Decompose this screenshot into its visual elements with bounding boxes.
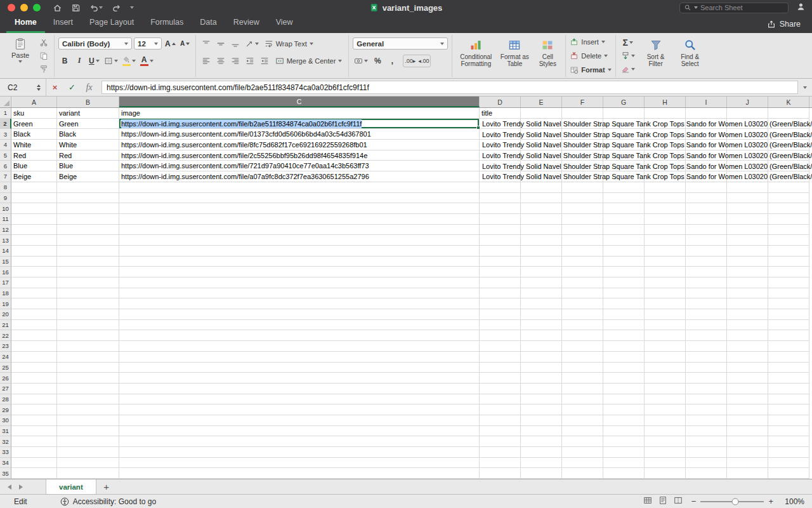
cell-D32[interactable] [480,436,521,447]
cell-E24[interactable] [521,352,562,363]
cell-D35[interactable] [480,468,521,479]
cell-C19[interactable] [119,298,480,309]
row-header-20[interactable]: 20 [0,309,11,320]
cell-I10[interactable] [686,203,727,214]
cell-F21[interactable] [562,320,603,331]
cell-I18[interactable] [686,288,727,299]
cell-D26[interactable] [480,373,521,384]
cell-C27[interactable] [119,384,480,394]
cell-J23[interactable] [727,341,768,352]
cell-C6[interactable]: https://down-id.img.susercontent.com/fil… [119,161,480,171]
cell-J14[interactable] [727,246,768,257]
row-header-13[interactable]: 13 [0,235,11,246]
cell-A1[interactable]: sku [11,108,57,119]
cell-A12[interactable] [11,225,57,236]
cell-I14[interactable] [686,246,727,257]
cell-B1[interactable]: variant [57,108,119,119]
cell-K14[interactable] [768,246,809,257]
cell-D23[interactable] [480,341,521,352]
cell-I8[interactable] [686,182,727,193]
cell-H28[interactable] [645,394,686,405]
align-bottom-button[interactable] [229,37,242,50]
cell-H13[interactable] [645,235,686,246]
cell-F31[interactable] [562,426,603,437]
cell-F32[interactable] [562,436,603,447]
cell-J27[interactable] [727,384,768,394]
cell-A15[interactable] [11,257,57,267]
zoom-level[interactable]: 100% [778,497,804,506]
cell-I25[interactable] [686,363,727,373]
cell-D25[interactable] [480,363,521,373]
cell-G1[interactable] [603,108,645,119]
cell-A32[interactable] [11,436,57,447]
cell-B28[interactable] [57,394,119,405]
cell-E13[interactable] [521,235,562,246]
cell-F23[interactable] [562,341,603,352]
cell-F24[interactable] [562,352,603,363]
cell-K9[interactable] [768,193,809,204]
accessibility-status[interactable]: Accessibility: Good to go [60,497,156,506]
cell-B11[interactable] [57,214,119,225]
spreadsheet-grid[interactable]: 1skuvariantimagetitle2GreenGreenhttps://… [0,108,812,479]
ribbon-tab-data[interactable]: Data [192,15,225,33]
cell-K24[interactable] [768,352,809,363]
cell-H16[interactable] [645,267,686,277]
cell-C21[interactable] [119,320,480,331]
page-break-view-button[interactable] [674,496,683,507]
cell-styles-button[interactable]: Cell Styles [534,36,561,67]
cell-B22[interactable] [57,330,119,341]
prev-sheet-button[interactable] [8,485,11,490]
cell-G24[interactable] [603,352,645,363]
cell-A19[interactable] [11,298,57,309]
cell-D14[interactable] [480,246,521,257]
wrap-text-button[interactable]: Wrap Text [262,37,316,50]
row-header-24[interactable]: 24 [0,352,11,363]
cell-C4[interactable]: https://down-id.img.susercontent.com/fil… [119,140,480,150]
cell-B9[interactable] [57,193,119,204]
column-header-G[interactable]: G [603,97,645,107]
cell-B12[interactable] [57,225,119,236]
cell-K31[interactable] [768,426,809,437]
cell-G22[interactable] [603,330,645,341]
cell-J8[interactable] [727,182,768,193]
cell-H24[interactable] [645,352,686,363]
cell-I30[interactable] [686,415,727,426]
cell-D31[interactable] [480,426,521,437]
cell-E18[interactable] [521,288,562,299]
cell-A17[interactable] [11,277,57,288]
cell-G28[interactable] [603,394,645,405]
align-top-button[interactable] [200,37,213,50]
row-header-22[interactable]: 22 [0,330,11,341]
italic-button[interactable]: I [73,55,86,67]
row-header-31[interactable]: 31 [0,426,11,437]
comma-style-button[interactable]: , [386,55,398,67]
user-icon[interactable] [796,2,806,14]
cell-C14[interactable] [119,246,480,257]
cell-B17[interactable] [57,277,119,288]
cell-E28[interactable] [521,394,562,405]
column-header-I[interactable]: I [686,97,727,107]
cell-F20[interactable] [562,309,603,320]
cell-K13[interactable] [768,235,809,246]
cell-I26[interactable] [686,373,727,384]
cell-J11[interactable] [727,214,768,225]
cell-F28[interactable] [562,394,603,405]
cell-G9[interactable] [603,193,645,204]
cell-G15[interactable] [603,257,645,267]
row-header-34[interactable]: 34 [0,458,11,469]
cell-K34[interactable] [768,458,809,469]
cell-E35[interactable] [521,468,562,479]
orientation-button[interactable] [244,37,260,50]
align-center-button[interactable] [214,55,227,67]
cell-A29[interactable] [11,404,57,415]
cell-K8[interactable] [768,182,809,193]
cell-G31[interactable] [603,426,645,437]
delete-cells-button[interactable]: Delete [570,50,611,62]
cell-B13[interactable] [57,235,119,246]
cell-B3[interactable]: Black [57,129,119,140]
name-box[interactable]: C2 [0,79,37,96]
cell-C12[interactable] [119,225,480,236]
cell-F9[interactable] [562,193,603,204]
cell-E10[interactable] [521,203,562,214]
cell-I31[interactable] [686,426,727,437]
